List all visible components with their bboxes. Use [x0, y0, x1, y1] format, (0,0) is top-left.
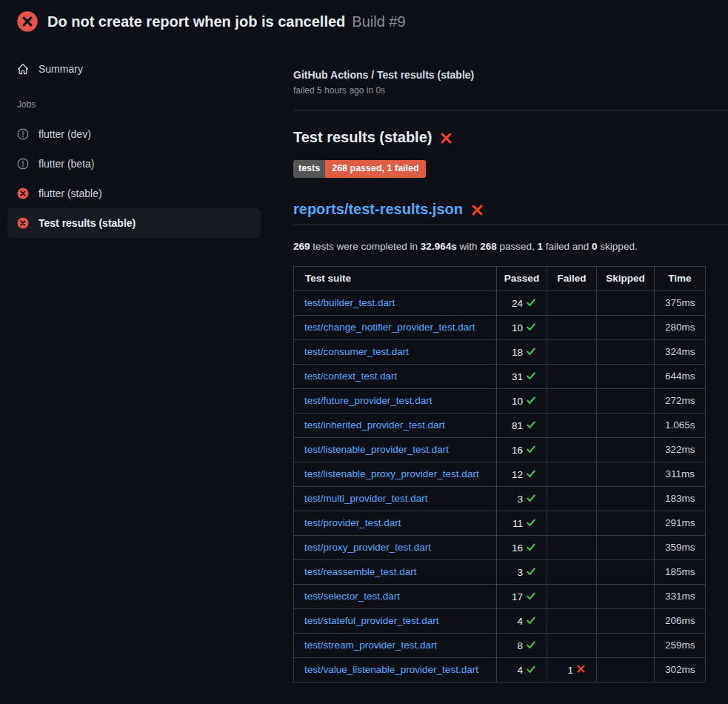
- pass-check-icon: [523, 517, 536, 528]
- pass-check-cell: 4: [497, 657, 547, 682]
- table-row: test/context_test.dart31644ms: [294, 364, 706, 388]
- sidebar-item-flutter-stable[interactable]: flutter (stable): [7, 179, 261, 208]
- test-suite-cell: test/consumer_test.dart: [294, 339, 497, 364]
- test-suite-link[interactable]: test/value_listenable_provider_test.dart: [304, 664, 478, 675]
- fail-x-cell: [547, 339, 597, 364]
- pass-check-cell: 10: [497, 315, 547, 339]
- sidebar-item-flutter-dev[interactable]: flutter (dev): [7, 119, 261, 149]
- table-row: test/value_listenable_provider_test.dart…: [294, 657, 706, 682]
- count-value: 3: [517, 493, 523, 504]
- report-file-link[interactable]: reports/test-results.json: [293, 201, 463, 218]
- tests-status-badge: tests 268 passed, 1 failed: [293, 160, 426, 178]
- pass-check-icon: [523, 493, 536, 504]
- test-suite-cell: test/multi_provider_test.dart: [294, 486, 497, 511]
- time-cell: 206ms: [655, 608, 706, 633]
- count-value: 24: [512, 297, 523, 308]
- fail-x-cell: [547, 364, 597, 388]
- skipped-cell: [597, 413, 655, 437]
- table-row: test/stream_provider_test.dart8259ms: [294, 633, 706, 657]
- pass-check-icon: [523, 468, 536, 479]
- test-suite-cell: test/future_provider_test.dart: [294, 388, 497, 413]
- skipped-cell: [597, 657, 655, 682]
- test-suite-link[interactable]: test/consumer_test.dart: [304, 346, 409, 357]
- pass-check-icon: [523, 444, 536, 455]
- fail-x-cell: [547, 388, 597, 413]
- test-suite-link[interactable]: test/stream_provider_test.dart: [304, 640, 437, 651]
- x-circle-icon: [17, 187, 29, 199]
- count-value: 4: [517, 615, 523, 626]
- skipped-cell: [597, 437, 655, 462]
- skipped-cell: [597, 486, 655, 511]
- sidebar-item-flutter-beta[interactable]: flutter (beta): [7, 149, 261, 179]
- table-row: test/provider_test.dart11291ms: [294, 511, 706, 535]
- fail-x-cell: [547, 290, 597, 315]
- pass-check-icon: [523, 542, 536, 553]
- sidebar-item-summary[interactable]: Summary: [7, 54, 261, 84]
- test-suite-cell: test/listenable_proxy_provider_test.dart: [294, 462, 497, 486]
- count-value: 18: [512, 346, 523, 357]
- test-suite-link[interactable]: test/future_provider_test.dart: [304, 395, 433, 406]
- sidebar: Summary Jobs flutter (dev)flutter (beta)…: [0, 33, 293, 238]
- pass-check-icon: [523, 371, 536, 382]
- badge-label: tests: [293, 160, 325, 178]
- pass-check-cell: 8: [497, 633, 547, 657]
- test-suite-link[interactable]: test/stateful_provider_test.dart: [304, 615, 439, 626]
- fail-x-cell: [547, 559, 597, 584]
- test-suite-link[interactable]: test/builder_test.dart: [304, 297, 395, 308]
- page-title: Do not create report when job is cancell…: [47, 13, 345, 30]
- skipped-cell: [597, 608, 655, 633]
- summary-segment: skipped.: [598, 241, 638, 252]
- time-cell: 375ms: [655, 290, 706, 315]
- sidebar-item-test-results-stable[interactable]: Test results (stable): [7, 208, 261, 238]
- test-suite-link[interactable]: test/provider_test.dart: [304, 517, 401, 528]
- home-icon: [17, 63, 29, 75]
- test-suite-link[interactable]: test/listenable_provider_test.dart: [304, 444, 449, 455]
- test-suite-link[interactable]: test/multi_provider_test.dart: [304, 493, 428, 504]
- pass-check-icon: [523, 395, 536, 406]
- summary-segment: 269: [293, 241, 310, 252]
- test-suite-link[interactable]: test/reassemble_test.dart: [304, 566, 417, 577]
- test-suite-link[interactable]: test/proxy_provider_test.dart: [304, 542, 431, 553]
- sidebar-summary-label: Summary: [39, 63, 83, 75]
- summary-segment: failed and: [543, 241, 592, 252]
- table-row: test/multi_provider_test.dart3183ms: [294, 486, 706, 511]
- skipped-cell: [597, 559, 655, 584]
- test-suite-link[interactable]: test/selector_test.dart: [304, 591, 400, 602]
- job-label: Test results (stable): [39, 217, 136, 229]
- test-suite-cell: test/change_notifier_provider_test.dart: [294, 315, 497, 339]
- count-value: 17: [512, 591, 523, 602]
- count-value: 16: [512, 542, 523, 553]
- jobs-list: flutter (dev)flutter (beta)flutter (stab…: [7, 119, 273, 238]
- pass-check-cell: 31: [497, 364, 547, 388]
- skipped-cell: [597, 633, 655, 657]
- test-suite-link[interactable]: test/listenable_proxy_provider_test.dart: [304, 468, 479, 479]
- test-suite-cell: test/stateful_provider_test.dart: [294, 608, 497, 633]
- test-suite-link[interactable]: test/inherited_provider_test.dart: [304, 419, 445, 431]
- pass-check-cell: 3: [497, 486, 547, 511]
- section-heading: Test results (stable): [293, 129, 728, 146]
- skipped-cell: [597, 584, 655, 608]
- pass-check-icon: [523, 591, 536, 602]
- time-cell: 291ms: [655, 511, 706, 535]
- column-header-time: Time: [655, 266, 706, 290]
- pass-check-cell: 16: [497, 535, 547, 559]
- pass-check-cell: 12: [497, 462, 547, 486]
- fail-x-cell: [547, 462, 597, 486]
- test-suite-link[interactable]: test/change_notifier_provider_test.dart: [304, 322, 475, 333]
- column-header-failed: Failed: [547, 266, 597, 290]
- pass-check-icon: [523, 297, 536, 308]
- pass-check-cell: 18: [497, 339, 547, 364]
- summary-segment: 0: [592, 241, 598, 252]
- section-heading-text: Test results (stable): [293, 129, 432, 146]
- fail-x-cell: [547, 584, 597, 608]
- pass-check-cell: 11: [497, 511, 547, 535]
- build-number: Build #9: [352, 13, 405, 30]
- test-suite-cell: test/inherited_provider_test.dart: [294, 413, 497, 437]
- page-header: Do not create report when job is cancell…: [0, 0, 728, 33]
- summary-segment: 268: [480, 241, 497, 252]
- pass-check-icon: [523, 664, 536, 675]
- skipped-cell: [597, 290, 655, 315]
- test-suite-link[interactable]: test/context_test.dart: [304, 371, 397, 382]
- section-divider: [293, 110, 728, 110]
- pass-check-icon: [523, 419, 536, 431]
